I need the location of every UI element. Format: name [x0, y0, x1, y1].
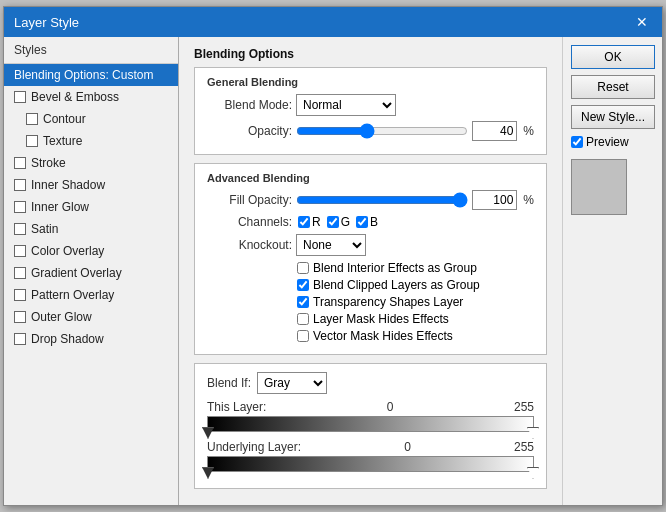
knockout-select[interactable]: NoneShallowDeep	[296, 234, 366, 256]
title-bar: Layer Style ✕	[4, 7, 662, 37]
channel-b-label: B	[370, 215, 378, 229]
blend-mode-label: Blend Mode:	[207, 98, 292, 112]
adv-cb-label-layer-mask-hides: Layer Mask Hides Effects	[313, 312, 449, 326]
sidebar-label-blending-options: Blending Options: Custom	[14, 68, 153, 82]
sidebar-checkbox-stroke[interactable]	[14, 157, 26, 169]
fill-opacity-slider-container	[296, 192, 468, 208]
knockout-label: Knockout:	[207, 238, 292, 252]
underlying-layer-left-handle[interactable]	[202, 467, 214, 479]
fill-opacity-slider[interactable]	[296, 192, 468, 208]
general-blending-section: General Blending Blend Mode: NormalDisso…	[194, 67, 547, 155]
adv-cb-label-blend-clipped: Blend Clipped Layers as Group	[313, 278, 480, 292]
sidebar-item-drop-shadow[interactable]: Drop Shadow	[4, 328, 178, 350]
opacity-row: Opacity: %	[207, 121, 534, 141]
blend-if-select[interactable]: GrayRedGreenBlue	[257, 372, 327, 394]
sidebar-checkbox-texture[interactable]	[26, 135, 38, 147]
sidebar-checkbox-drop-shadow[interactable]	[14, 333, 26, 345]
sidebar-checkbox-gradient-overlay[interactable]	[14, 267, 26, 279]
close-button[interactable]: ✕	[632, 12, 652, 32]
adv-cb-row-vector-mask-hides: Vector Mask Hides Effects	[297, 329, 534, 343]
preview-checkbox[interactable]	[571, 136, 583, 148]
sidebar-item-pattern-overlay[interactable]: Pattern Overlay	[4, 284, 178, 306]
preview-check-group: Preview	[571, 135, 654, 149]
sidebar-label-contour: Contour	[43, 112, 86, 126]
adv-cb-row-blend-interior: Blend Interior Effects as Group	[297, 261, 534, 275]
sidebar-item-outer-glow[interactable]: Outer Glow	[4, 306, 178, 328]
adv-cb-row-transparency-shapes: Transparency Shapes Layer	[297, 295, 534, 309]
opacity-percent: %	[523, 124, 534, 138]
sidebar-checkbox-pattern-overlay[interactable]	[14, 289, 26, 301]
sidebar-item-bevel-emboss[interactable]: Bevel & Emboss	[4, 86, 178, 108]
blend-mode-select[interactable]: NormalDissolveDarkenMultiplyColor BurnLi…	[296, 94, 396, 116]
underlying-layer-section: Underlying Layer: 0 255	[207, 440, 534, 472]
underlying-layer-min: 0	[404, 440, 411, 454]
ok-button[interactable]: OK	[571, 45, 655, 69]
this-layer-section: This Layer: 0 255	[207, 400, 534, 432]
sidebar-label-satin: Satin	[31, 222, 58, 236]
channel-g-group: G	[327, 215, 350, 229]
section-title: Blending Options	[194, 47, 547, 61]
sidebar-item-inner-shadow[interactable]: Inner Shadow	[4, 174, 178, 196]
sidebar-item-gradient-overlay[interactable]: Gradient Overlay	[4, 262, 178, 284]
sidebar-item-color-overlay[interactable]: Color Overlay	[4, 240, 178, 262]
blend-if-row: Blend If: GrayRedGreenBlue	[207, 372, 534, 394]
channels-row: Channels: R G B	[207, 215, 534, 229]
opacity-slider[interactable]	[296, 123, 468, 139]
underlying-layer-max: 255	[514, 440, 534, 454]
dialog-title: Layer Style	[14, 15, 79, 30]
sidebar-checkbox-color-overlay[interactable]	[14, 245, 26, 257]
channel-b-checkbox[interactable]	[356, 216, 368, 228]
blend-mode-row: Blend Mode: NormalDissolveDarkenMultiply…	[207, 94, 534, 116]
this-layer-right-handle[interactable]	[527, 427, 539, 439]
channels-label: Channels:	[207, 215, 292, 229]
channel-r-label: R	[312, 215, 321, 229]
adv-cb-label-vector-mask-hides: Vector Mask Hides Effects	[313, 329, 453, 343]
sidebar-checkbox-satin[interactable]	[14, 223, 26, 235]
sidebar-item-blending-options[interactable]: Blending Options: Custom	[4, 64, 178, 86]
sidebar-checkbox-bevel-emboss[interactable]	[14, 91, 26, 103]
styles-header: Styles	[4, 37, 178, 64]
sidebar-label-pattern-overlay: Pattern Overlay	[31, 288, 114, 302]
adv-cb-row-layer-mask-hides: Layer Mask Hides Effects	[297, 312, 534, 326]
adv-cb-label-transparency-shapes: Transparency Shapes Layer	[313, 295, 463, 309]
sidebar-item-contour[interactable]: Contour	[4, 108, 178, 130]
sidebar-checkbox-inner-shadow[interactable]	[14, 179, 26, 191]
this-layer-max: 255	[514, 400, 534, 414]
sidebar-item-inner-glow[interactable]: Inner Glow	[4, 196, 178, 218]
preview-thumbnail	[571, 159, 627, 215]
this-layer-left-handle[interactable]	[202, 427, 214, 439]
adv-cb-blend-interior[interactable]	[297, 262, 309, 274]
sidebar-item-texture[interactable]: Texture	[4, 130, 178, 152]
left-panel: Styles Blending Options: CustomBevel & E…	[4, 37, 179, 505]
adv-cb-label-blend-interior: Blend Interior Effects as Group	[313, 261, 477, 275]
adv-cb-vector-mask-hides[interactable]	[297, 330, 309, 342]
preview-label: Preview	[586, 135, 629, 149]
channel-r-checkbox[interactable]	[298, 216, 310, 228]
adv-cb-row-blend-clipped: Blend Clipped Layers as Group	[297, 278, 534, 292]
channel-g-checkbox[interactable]	[327, 216, 339, 228]
sidebar-label-inner-shadow: Inner Shadow	[31, 178, 105, 192]
sidebar-label-gradient-overlay: Gradient Overlay	[31, 266, 122, 280]
sidebar-item-satin[interactable]: Satin	[4, 218, 178, 240]
underlying-layer-gradient	[207, 456, 534, 472]
underlying-layer-right-handle[interactable]	[527, 467, 539, 479]
sidebar-checkbox-inner-glow[interactable]	[14, 201, 26, 213]
fill-opacity-input[interactable]	[472, 190, 517, 210]
adv-cb-blend-clipped[interactable]	[297, 279, 309, 291]
adv-cb-layer-mask-hides[interactable]	[297, 313, 309, 325]
opacity-label: Opacity:	[207, 124, 292, 138]
adv-cb-transparency-shapes[interactable]	[297, 296, 309, 308]
sidebar-label-color-overlay: Color Overlay	[31, 244, 104, 258]
sidebar-label-inner-glow: Inner Glow	[31, 200, 89, 214]
new-style-button[interactable]: New Style...	[571, 105, 655, 129]
fill-opacity-label: Fill Opacity:	[207, 193, 292, 207]
reset-button[interactable]: Reset	[571, 75, 655, 99]
advanced-checkboxes: Blend Interior Effects as GroupBlend Cli…	[297, 261, 534, 343]
sidebar-label-outer-glow: Outer Glow	[31, 310, 92, 324]
sidebar-checkbox-outer-glow[interactable]	[14, 311, 26, 323]
underlying-layer-label: Underlying Layer:	[207, 440, 301, 454]
opacity-input[interactable]	[472, 121, 517, 141]
sidebar-item-stroke[interactable]: Stroke	[4, 152, 178, 174]
channel-b-group: B	[356, 215, 378, 229]
sidebar-checkbox-contour[interactable]	[26, 113, 38, 125]
